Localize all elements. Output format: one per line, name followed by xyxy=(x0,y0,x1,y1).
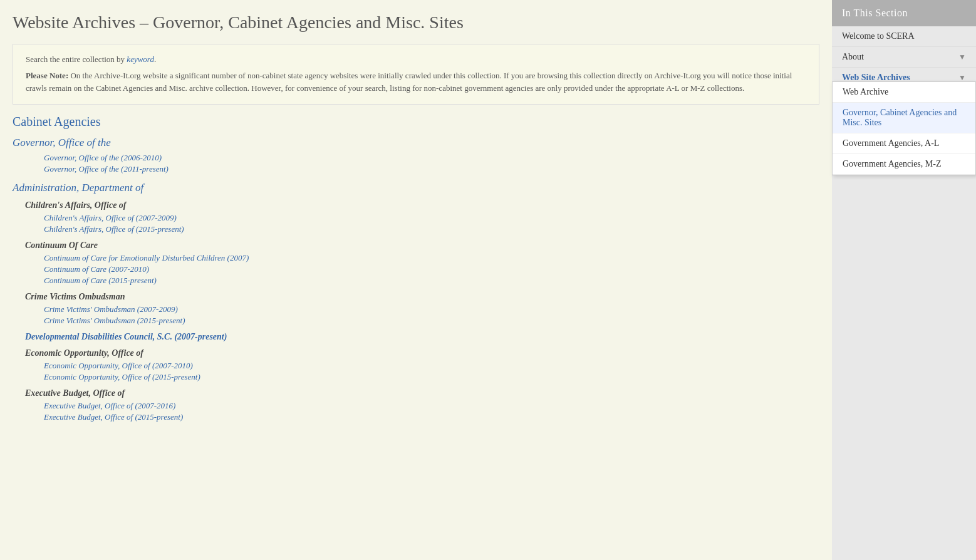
childrens-affairs-2007-link[interactable]: Children's Affairs, Office of (2007-2009… xyxy=(44,213,177,222)
continuum-2015-link[interactable]: Continuum of Care (2015-present) xyxy=(44,276,157,285)
exec-budget-2007-link[interactable]: Executive Budget, Office of (2007-2016) xyxy=(44,401,175,410)
content-box: Search the entire collection by keyword.… xyxy=(13,44,819,105)
continuum-2007-emotionally-link[interactable]: Continuum of Care for Emotionally Distur… xyxy=(44,253,249,262)
sidebar-welcome-label: Welcome to SCERA xyxy=(842,31,915,41)
about-arrow-icon: ▼ xyxy=(958,53,966,62)
continuum-item-2: Continuum of Care (2007-2010) xyxy=(44,264,819,274)
econ-opportunity-item-1: Economic Opportunity, Office of (2007-20… xyxy=(44,361,819,371)
search-text: Search the entire collection by keyword. xyxy=(26,54,806,65)
dropdown-item-gov-agencies-al[interactable]: Government Agencies, A-L xyxy=(833,133,975,154)
governor-link[interactable]: Governor, Office of the xyxy=(13,137,111,148)
econ-opportunity-heading: Economic Opportunity, Office of xyxy=(25,348,819,358)
continuum-heading: Continuum Of Care xyxy=(25,241,819,251)
econ-opportunity-2007-link[interactable]: Economic Opportunity, Office of (2007-20… xyxy=(44,361,193,370)
sidebar-item-welcome[interactable]: Welcome to SCERA xyxy=(832,26,976,47)
keyword-link[interactable]: keyword xyxy=(127,54,154,64)
continuum-item-1: Continuum of Care for Emotionally Distur… xyxy=(44,253,819,263)
main-content: Website Archives – Governor, Cabinet Age… xyxy=(0,0,832,560)
crime-victims-heading: Crime Victims Ombudsman xyxy=(25,292,819,302)
childrens-affairs-2015-link[interactable]: Children's Affairs, Office of (2015-pres… xyxy=(44,224,184,234)
econ-opportunity-2015-link[interactable]: Economic Opportunity, Office of (2015-pr… xyxy=(44,372,200,381)
admin-heading: Administration, Department of xyxy=(13,182,819,194)
crime-victims-2007-link[interactable]: Crime Victims' Ombudsman (2007-2009) xyxy=(44,304,178,314)
governor-item-1: Governor, Office of the (2006-2010) xyxy=(44,153,819,163)
crime-victims-item-1: Crime Victims' Ombudsman (2007-2009) xyxy=(44,304,819,314)
dropdown-item-web-archive[interactable]: Web Archive xyxy=(833,82,975,103)
dropdown-item-governor-cabinet[interactable]: Governor, Cabinet Agencies and Misc. Sit… xyxy=(833,103,975,133)
crime-victims-item-2: Crime Victims' Ombudsman (2015-present) xyxy=(44,316,819,326)
sidebar-item-about[interactable]: About ▼ xyxy=(832,47,976,68)
exec-budget-item-2: Executive Budget, Office of (2015-presen… xyxy=(44,412,819,422)
childrens-affairs-item-1: Children's Affairs, Office of (2007-2009… xyxy=(44,213,819,223)
sidebar-title: In This Section xyxy=(832,0,976,26)
sidebar: In This Section Welcome to SCERA About ▼… xyxy=(832,0,976,560)
exec-budget-2015-link[interactable]: Executive Budget, Office of (2015-presen… xyxy=(44,412,183,422)
governor-item-2: Governor, Office of the (2011-present) xyxy=(44,164,819,174)
dev-disabilities-link[interactable]: Developmental Disabilities Council, S.C.… xyxy=(25,332,227,341)
childrens-affairs-heading: Children's Affairs, Office of xyxy=(25,200,819,210)
note-text: Please Note: On the Archive-It.org websi… xyxy=(26,70,806,94)
dev-disabilities-heading: Developmental Disabilities Council, S.C.… xyxy=(25,332,819,342)
cabinet-agencies-heading: Cabinet Agencies xyxy=(13,115,819,129)
web-archives-dropdown: Web Archive Governor, Cabinet Agencies a… xyxy=(832,81,976,175)
sidebar-about-label: About xyxy=(842,52,864,62)
childrens-affairs-item-2: Children's Affairs, Office of (2015-pres… xyxy=(44,224,819,234)
exec-budget-item-1: Executive Budget, Office of (2007-2016) xyxy=(44,401,819,411)
governor-2011-link[interactable]: Governor, Office of the (2011-present) xyxy=(44,164,169,174)
governor-heading: Governor, Office of the xyxy=(13,137,819,149)
governor-2006-link[interactable]: Governor, Office of the (2006-2010) xyxy=(44,153,162,162)
page-title: Website Archives – Governor, Cabinet Age… xyxy=(13,13,819,33)
dropdown-item-gov-agencies-mz[interactable]: Government Agencies, M-Z xyxy=(833,154,975,175)
admin-link[interactable]: Administration, Department of xyxy=(13,182,143,194)
continuum-item-3: Continuum of Care (2015-present) xyxy=(44,276,819,286)
crime-victims-2015-link[interactable]: Crime Victims' Ombudsman (2015-present) xyxy=(44,316,185,325)
page-layout: Website Archives – Governor, Cabinet Age… xyxy=(0,0,976,560)
exec-budget-heading: Executive Budget, Office of xyxy=(25,388,819,398)
continuum-2007-link[interactable]: Continuum of Care (2007-2010) xyxy=(44,264,149,274)
econ-opportunity-item-2: Economic Opportunity, Office of (2015-pr… xyxy=(44,372,819,382)
